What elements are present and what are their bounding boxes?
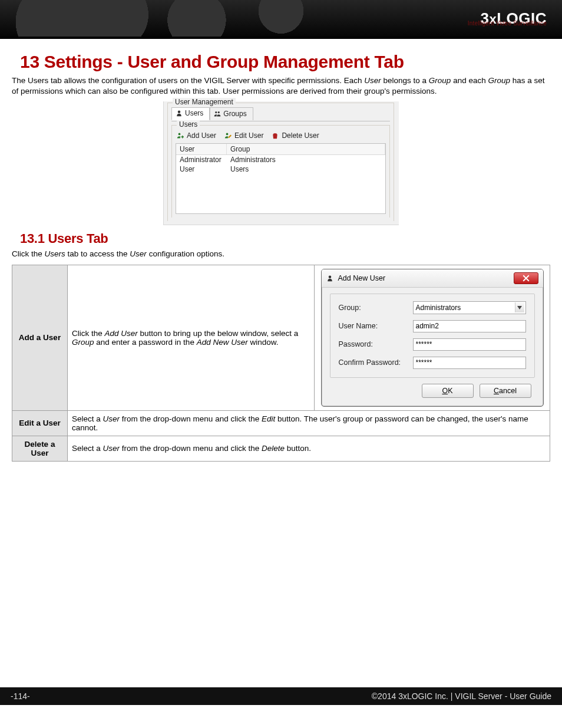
cancel-button[interactable]: Cancel	[480, 384, 531, 398]
section-paragraph: Click the Users tab to access the User c…	[12, 249, 550, 259]
tab-groups[interactable]: Groups	[210, 107, 253, 120]
ok-button[interactable]: OK	[422, 384, 474, 398]
row-label-delete: Delete a User	[12, 436, 68, 461]
grid-body: Administrator Administrators User Users	[176, 155, 385, 174]
table-row[interactable]: User Users	[176, 164, 385, 174]
user-management-screenshot: User Management Users Groups	[163, 101, 399, 225]
tab-users[interactable]: Users	[171, 107, 210, 120]
label-username: User Name:	[339, 322, 413, 330]
groupbox-title: User Management	[173, 98, 236, 106]
add-user-button[interactable]: Add User	[177, 131, 216, 140]
user-icon	[176, 110, 183, 117]
label-confirm: Confirm Password:	[339, 358, 413, 367]
close-button[interactable]	[514, 272, 538, 284]
add-new-user-dialog: Add New User Group: Administrators	[321, 269, 544, 407]
page-content: 13 Settings - User and Group Management …	[0, 39, 562, 687]
section-title: 13.1 Users Tab	[20, 231, 550, 246]
row-label-edit: Edit a User	[12, 410, 68, 436]
delete-user-icon	[272, 132, 279, 139]
edit-user-icon	[224, 132, 232, 139]
user-icon	[326, 275, 333, 282]
footer-right: ©2014 3xLOGIC Inc. | VIGIL Server - User…	[372, 691, 551, 701]
group-dropdown[interactable]: Administrators	[413, 301, 526, 314]
row-desc-delete: Select a User from the drop-down menu an…	[68, 436, 550, 461]
grid-header: User Group	[176, 144, 385, 155]
close-icon	[523, 275, 530, 282]
tabs: Users Groups	[171, 107, 390, 120]
label-password: Password:	[339, 340, 413, 348]
col-group[interactable]: Group	[227, 144, 385, 154]
brand-tagline: Intelligent Video Surveillance	[468, 20, 547, 27]
delete-user-button[interactable]: Delete User	[272, 131, 319, 140]
row-desc-add: Click the Add User button to bring up th…	[68, 265, 315, 410]
page-title: 13 Settings - User and Group Management …	[20, 52, 550, 72]
doc-footer: -114- ©2014 3xLOGIC Inc. | VIGIL Server …	[0, 687, 562, 705]
page-number: -114-	[11, 691, 30, 701]
edit-user-button[interactable]: Edit User	[224, 131, 263, 140]
row-desc-edit: Select a User from the drop-down menu an…	[68, 410, 550, 436]
dialog-titlebar[interactable]: Add New User	[322, 269, 543, 288]
username-field[interactable]	[413, 320, 526, 332]
subgroup-title: Users	[177, 120, 200, 129]
password-field[interactable]	[413, 338, 526, 351]
users-grid[interactable]: User Group Administrator Administrators …	[176, 143, 386, 214]
users-icon	[214, 110, 221, 117]
row-label-add: Add a User	[12, 265, 68, 410]
add-user-icon	[177, 132, 184, 139]
dialog-title: Add New User	[338, 274, 386, 282]
chevron-down-icon	[515, 302, 524, 312]
label-group: Group:	[339, 304, 413, 312]
doc-header: 3xLOGIC Intelligent Video Surveillance	[0, 0, 562, 37]
users-toolbar: Add User Edit User Delete	[176, 129, 386, 143]
intro-paragraph: The Users tab allows the configuration o…	[12, 75, 550, 97]
group-value: Administrators	[416, 304, 461, 312]
user-actions-table: Add a User Click the Add User button to …	[12, 265, 550, 462]
table-row[interactable]: Administrator Administrators	[176, 155, 385, 164]
confirm-password-field[interactable]	[413, 357, 526, 369]
col-user[interactable]: User	[176, 144, 227, 154]
